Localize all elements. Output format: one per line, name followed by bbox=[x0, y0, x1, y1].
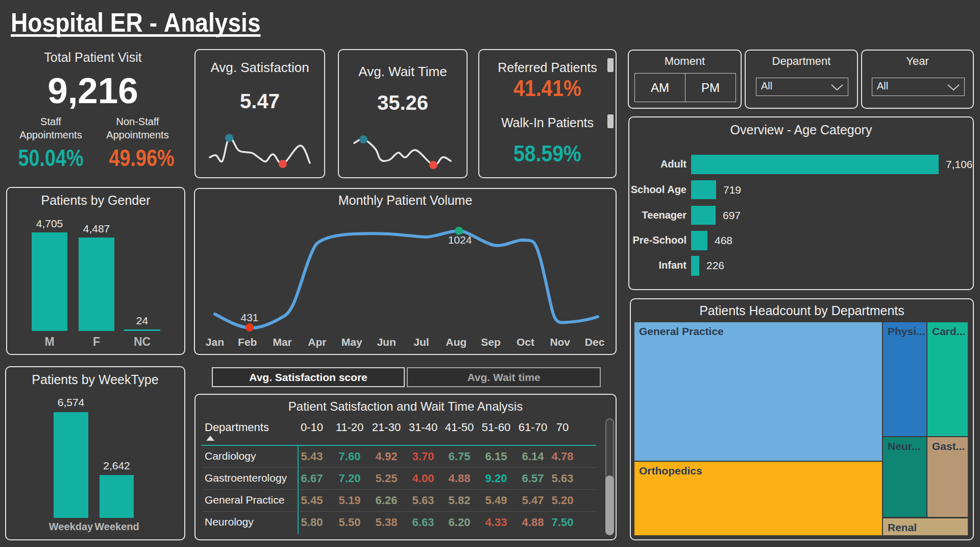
svg-text:1024: 1024 bbox=[448, 234, 472, 246]
svg-text:431: 431 bbox=[240, 312, 258, 323]
